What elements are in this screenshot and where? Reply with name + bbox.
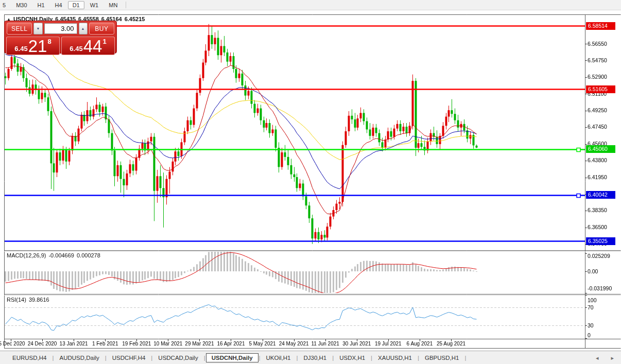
date-axis-label: 19 Jul 2021 [375, 341, 402, 346]
terminal-window: 5M30H1H4D1W1MN ▲ USDCNH,Daily 6.45435 6.… [0, 0, 621, 364]
chart-tab-usdcad-daily[interactable]: USDCAD,Daily [153, 353, 203, 362]
sell-price-pip: 8 [47, 38, 51, 45]
timeframe-toolbar: 5M30H1H4D1W1MN [0, 0, 621, 10]
price-axis-tick: 6.49250 [588, 107, 607, 113]
toolbar-separator [126, 2, 126, 8]
price-axis-tick: 6.38350 [588, 207, 607, 213]
chart-tab-gbpusd-h1[interactable]: GBPUSD,H1 [420, 353, 464, 362]
macd-scale-label: 0.00 [588, 268, 598, 274]
date-axis-label: 11 Jun 2021 [312, 341, 339, 346]
chart-tab-dj30-h1[interactable]: DJ30,H1 [299, 353, 332, 362]
timeframe-button-5[interactable]: 5 [1, 1, 10, 9]
price-level-badge: 6.45060 [586, 145, 615, 153]
date-axis-label: 13 Jan 2021 [60, 341, 88, 346]
date-axis-label: 5 May 2021 [249, 341, 275, 346]
macd-signal-value: 0.000278 [77, 252, 100, 258]
volume-increase-button[interactable]: ▲ [79, 23, 88, 34]
date-axis-label: 10 Mar 2021 [153, 341, 182, 346]
rsi-indicator-label: RSI(14) 39.8616 [7, 297, 49, 303]
timeframe-button-mn[interactable]: MN [104, 1, 122, 9]
chart-tab-eurusd-h4[interactable]: EURUSD,H4 [7, 353, 51, 362]
buy-price-prefix: 6.45 [70, 45, 82, 53]
price-level-badge: 6.35025 [586, 237, 615, 245]
one-click-trading-panel: SELL ▼ ▲ BUY 6.45 21 8 6.45 44 1 [4, 21, 117, 54]
date-axis-label: 19 Feb 2021 [122, 341, 151, 346]
buy-button[interactable]: BUY [89, 23, 114, 34]
date-axis-label: 24 Dec 2020 [28, 341, 57, 346]
chart-tab-audusd-daily[interactable]: AUDUSD,Daily [54, 353, 104, 362]
rsi-scale-label: 30 [588, 322, 594, 328]
macd-main-value: -0.004669 [48, 252, 74, 258]
date-axis-label: 6 Aug 2021 [407, 341, 433, 346]
macd-scale-label: -0.031990 [588, 285, 612, 291]
buy-price-display[interactable]: 6.45 44 1 [61, 37, 115, 55]
chart-tab-usdx-h1[interactable]: USDX,H1 [334, 353, 370, 362]
tab-separator: | [464, 355, 467, 361]
chart-tab-bar: EURUSD,H4|AUDUSD,Daily|USDCHF,H4|USDCAD,… [0, 351, 621, 364]
date-axis-label: 5 Dec 2020 [0, 341, 25, 346]
timeframe-button-h1[interactable]: H1 [33, 1, 49, 9]
date-axis-label: 16 Apr 2021 [217, 341, 245, 346]
chart-tab-usdchf-h4[interactable]: USDCHF,H4 [107, 353, 151, 362]
sell-price-prefix: 6.45 [14, 45, 27, 53]
price-axis-tick: 6.43800 [588, 157, 607, 163]
date-axis-label: 30 Jun 2021 [342, 341, 371, 346]
macd-indicator-label: MACD(12,26,9) -0.004669 0.000278 [7, 252, 100, 258]
timeframe-button-h4[interactable]: H4 [50, 1, 67, 9]
date-axis-label: 1 Feb 2021 [92, 341, 118, 346]
tab-scroll-arrows: ◂ ▸ [596, 355, 614, 361]
rsi-value: 39.8616 [29, 297, 49, 303]
rsi-scale-label: 0 [588, 332, 591, 338]
tab-scroll-right-icon[interactable]: ▸ [611, 355, 614, 361]
rsi-scale-label: 70 [588, 304, 594, 310]
chart-tab-ukoil-h1[interactable]: UKOil,H1 [261, 353, 296, 362]
macd-scale-label: 0.025209 [588, 253, 610, 259]
timeframe-button-d1[interactable]: D1 [68, 1, 84, 9]
price-axis-tick: 6.41950 [588, 174, 607, 180]
buy-price-big: 44 [83, 39, 102, 54]
price-level-badge: 6.58514 [586, 22, 615, 30]
tab-scroll-left-icon[interactable]: ◂ [596, 355, 599, 361]
price-axis-tick: 6.52900 [588, 74, 607, 80]
sell-price-big: 21 [28, 39, 47, 54]
date-axis-label: 25 Aug 2021 [437, 341, 465, 346]
quote-close: 6.45215 [125, 16, 145, 22]
price-axis-tick: 6.54750 [588, 57, 607, 63]
chevron-up-icon: ▲ [81, 27, 85, 30]
price-level-badge: 6.40042 [586, 191, 615, 199]
price-axis-tick: 6.47450 [588, 124, 607, 130]
date-axis-label: 24 May 2021 [279, 341, 309, 346]
timeframe-button-m30[interactable]: M30 [11, 1, 31, 9]
chart-tab-usdcnh-daily[interactable]: USDCNH,Daily [206, 353, 258, 362]
volume-input[interactable] [44, 23, 77, 34]
rsi-scale-label: 100 [588, 297, 597, 303]
chevron-down-icon: ▼ [36, 27, 40, 30]
buy-price-pip: 1 [102, 38, 106, 45]
chart-tab-xauusd-h1[interactable]: XAUUSD,H1 [373, 353, 417, 362]
sell-button[interactable]: SELL [7, 23, 32, 34]
price-level-badge: 6.51605 [586, 85, 615, 93]
sell-price-display[interactable]: 6.45 21 8 [6, 37, 60, 55]
price-axis-tick: 6.36500 [588, 224, 607, 230]
date-axis-label: 29 Mar 2021 [185, 341, 214, 346]
timeframe-button-w1[interactable]: W1 [85, 1, 104, 9]
volume-decrease-button[interactable]: ▼ [33, 23, 42, 34]
price-axis-tick: 6.56550 [588, 41, 607, 47]
